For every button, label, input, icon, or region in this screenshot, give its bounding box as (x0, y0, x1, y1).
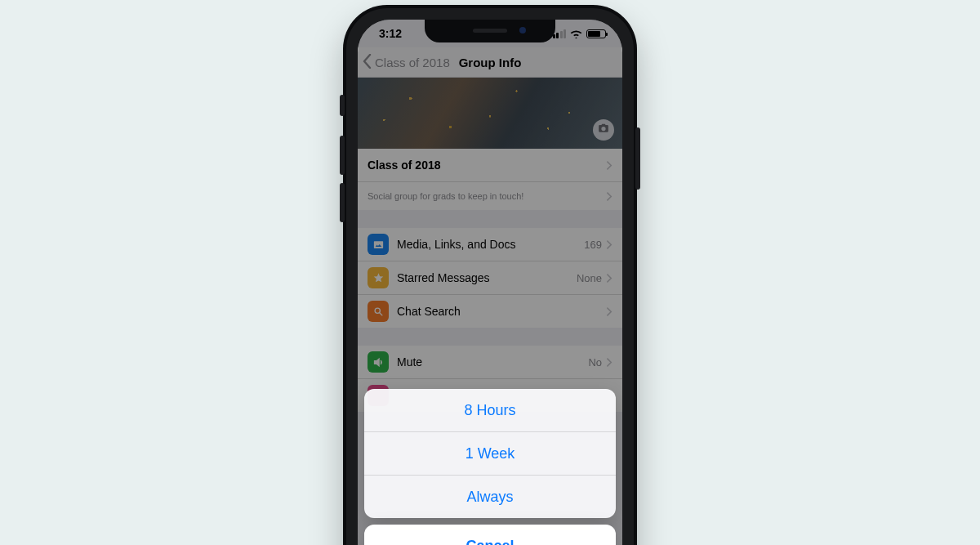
mute-option-always[interactable]: Always (364, 476, 616, 518)
volume-down-button (340, 183, 345, 222)
cancel-label: Cancel (466, 538, 514, 546)
cancel-button[interactable]: Cancel (364, 525, 616, 545)
device-frame: 3:12 Class of 2018 Group Info (343, 5, 637, 545)
screen: 3:12 Class of 2018 Group Info (358, 20, 622, 545)
volume-up-button (340, 136, 345, 175)
option-label: Always (466, 489, 513, 506)
mute-option-8-hours[interactable]: 8 Hours (364, 389, 616, 432)
mute-switch (340, 95, 345, 116)
power-button (635, 127, 640, 190)
option-label: 1 Week (466, 445, 515, 462)
mute-option-1-week[interactable]: 1 Week (364, 432, 616, 476)
mute-action-sheet: 8 Hours 1 Week Always Cancel (364, 389, 616, 545)
notch (425, 20, 555, 42)
option-label: 8 Hours (464, 402, 515, 419)
